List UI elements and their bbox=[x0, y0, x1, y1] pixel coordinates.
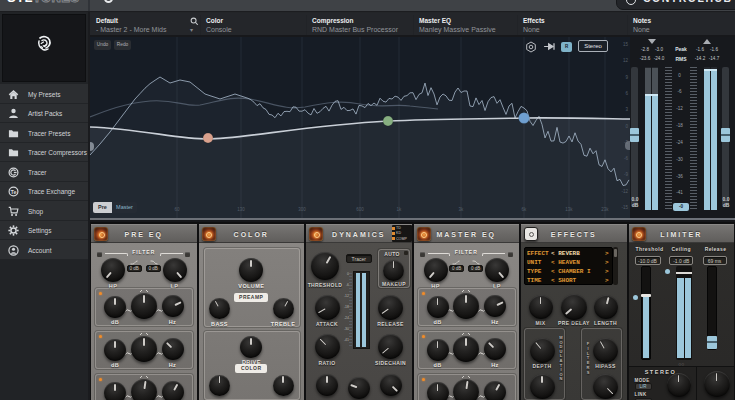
svg-text:Te: Te bbox=[10, 189, 16, 195]
